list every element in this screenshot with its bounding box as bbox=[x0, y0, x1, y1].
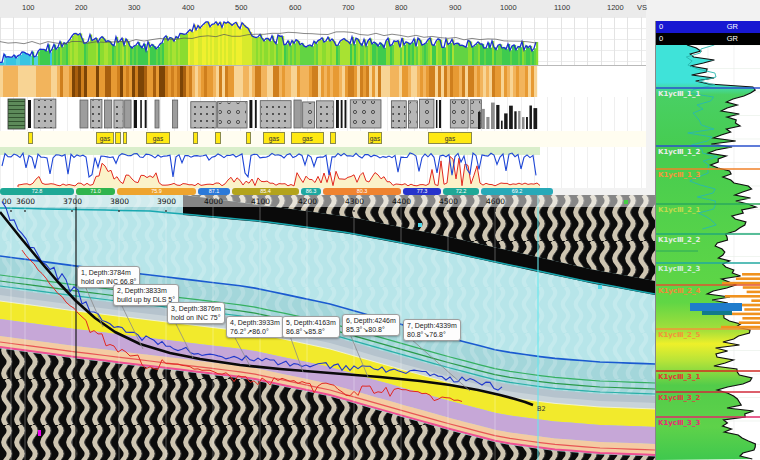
inclination-segment: 86.3 bbox=[301, 188, 321, 195]
annotation-depth: 1, Depth:3784m bbox=[81, 268, 136, 277]
curve-name: GR bbox=[727, 33, 738, 45]
ruler-tick: 400 bbox=[182, 3, 195, 12]
gas-interval bbox=[123, 132, 127, 144]
gas-interval: gas bbox=[291, 132, 324, 144]
annotation-detail: hold on INC 75° bbox=[171, 313, 221, 322]
annotation-depth: 4, Depth:3933m bbox=[230, 318, 280, 327]
gas-interval bbox=[28, 132, 33, 144]
gas-interval: gas bbox=[368, 132, 382, 144]
svg-text:3800: 3800 bbox=[110, 197, 129, 206]
borehole-image-log bbox=[0, 66, 646, 97]
annotation-depth: 7, Depth:4339m bbox=[407, 321, 457, 330]
formation-marker-label[interactable]: K1ycⅢ_2_4 bbox=[658, 287, 700, 295]
scale-min: 0 bbox=[659, 33, 663, 45]
svg-text:3600: 3600 bbox=[16, 197, 35, 206]
formation-marker-label[interactable]: K1ycⅢ_1_2 bbox=[658, 148, 700, 156]
svg-text:4400: 4400 bbox=[392, 197, 411, 206]
ruler-tick: 300 bbox=[128, 3, 141, 12]
formation-marker-label[interactable]: K1ycⅢ_1_1 bbox=[658, 90, 700, 98]
formation-marker-label[interactable]: K1ycⅢ_2_3 bbox=[658, 265, 700, 273]
gas-interval bbox=[115, 132, 121, 144]
trajectory-annotation[interactable]: 3, Depth:3876mhold on INC 75° bbox=[167, 302, 225, 324]
annotation-depth: 5, Depth:4163m bbox=[286, 318, 336, 327]
svg-text:4100: 4100 bbox=[251, 197, 270, 206]
ruler-tick: 900 bbox=[449, 3, 462, 12]
gas-interval: gas bbox=[96, 132, 114, 144]
vs-unit-label: VS bbox=[637, 3, 647, 12]
gas-curves bbox=[0, 147, 646, 188]
gr-heatmap-curve bbox=[0, 17, 646, 65]
ruler-tick: 800 bbox=[395, 3, 408, 12]
ruler-tick: 500 bbox=[235, 3, 248, 12]
trajectory-annotation[interactable]: 7, Depth:4339m80.8°↘76.8° bbox=[403, 319, 461, 341]
formation-marker-label[interactable]: K1ycⅢ_3_1 bbox=[658, 373, 700, 381]
ruler-tick: 600 bbox=[289, 3, 302, 12]
panel-header-gr-1: 0 GR bbox=[656, 21, 760, 33]
inclination-segment: 72.8 bbox=[0, 188, 74, 195]
annotation-depth: 3, Depth:3876m bbox=[171, 304, 221, 313]
gas-interval: gas bbox=[146, 132, 170, 144]
gas-interval bbox=[215, 132, 221, 144]
formation-marker-label[interactable]: K1ycⅢ_1_3 bbox=[658, 171, 700, 179]
inclination-segment: 72.2 bbox=[443, 188, 479, 195]
ruler-tick: 200 bbox=[75, 3, 88, 12]
svg-text:3700: 3700 bbox=[63, 197, 82, 206]
annotation-detail: 86.8°↘85.8° bbox=[286, 327, 336, 336]
vs-ruler: VS 1002003004005006007008009001000110012… bbox=[0, 0, 646, 18]
inclination-segment: 69.2 bbox=[481, 188, 553, 195]
annotation-detail: 85.3°↘80.8° bbox=[346, 325, 396, 334]
svg-text:4000: 4000 bbox=[204, 197, 223, 206]
annotation-detail: 80.8°↘76.8° bbox=[407, 330, 457, 339]
ruler-tick: 100 bbox=[22, 3, 35, 12]
ruler-tick: 700 bbox=[342, 3, 355, 12]
inclination-segment: 87.1 bbox=[198, 188, 230, 195]
gas-interval bbox=[193, 132, 198, 144]
formation-marker-label[interactable]: K1ycⅢ_3_3 bbox=[658, 419, 700, 427]
geosteering-app: VS 1002003004005006007008009001000110012… bbox=[0, 0, 760, 460]
curve-name: GR bbox=[727, 21, 738, 33]
annotation-detail: 76.2°↗86.0° bbox=[230, 327, 280, 336]
ruler-tick: 1000 bbox=[500, 3, 517, 12]
annotation-depth: 2, Depth:3833m bbox=[117, 286, 175, 295]
trajectory-annotation[interactable]: 6, Depth:4246m85.3°↘80.8° bbox=[342, 314, 400, 336]
gas-interval: gas bbox=[428, 132, 472, 144]
type-log-panel: K1ycⅢ_1_1K1ycⅢ_1_2K1ycⅢ_1_3K1ycⅢ_2_1K1yc… bbox=[656, 45, 760, 460]
annotation-depth: 6, Depth:4246m bbox=[346, 316, 396, 325]
ruler-tick: 1200 bbox=[607, 3, 624, 12]
svg-text:4600: 4600 bbox=[486, 197, 505, 206]
inclination-segment: 75.9 bbox=[117, 188, 196, 195]
trajectory-annotation[interactable]: 5, Depth:4163m86.8°↘85.8° bbox=[282, 316, 340, 338]
inclination-segment: 71.0 bbox=[76, 188, 115, 195]
panel-header-gr-2: 0 GR bbox=[656, 33, 760, 45]
trajectory-annotation[interactable]: 4, Depth:3933m76.2°↗86.0° bbox=[226, 316, 284, 338]
formation-marker-label[interactable]: K1ycⅢ_2_5 bbox=[658, 331, 700, 339]
formation-marker-label[interactable]: K1ycⅢ_3_2 bbox=[658, 394, 700, 402]
formation-marker-label[interactable]: K1ycⅢ_2_1 bbox=[658, 206, 700, 214]
svg-text:4200: 4200 bbox=[298, 197, 317, 206]
formation-marker-label[interactable]: K1ycⅢ_2_2 bbox=[658, 236, 700, 244]
gas-interval: gas bbox=[263, 132, 285, 144]
gas-interval bbox=[246, 132, 251, 144]
svg-text:3900: 3900 bbox=[157, 197, 176, 206]
ruler-tick: 1100 bbox=[554, 3, 570, 12]
scale-min: 0 bbox=[659, 21, 663, 33]
lithology-columns bbox=[0, 97, 646, 131]
inclination-segment: 80.3 bbox=[323, 188, 401, 195]
gas-interval bbox=[330, 132, 336, 144]
svg-text:4300: 4300 bbox=[345, 197, 364, 206]
inclination-segment: 85.4 bbox=[232, 188, 299, 195]
trajectory-end-label: B2 bbox=[537, 405, 546, 413]
inclination-segment: 77.3 bbox=[403, 188, 441, 195]
svg-text:4500: 4500 bbox=[439, 197, 458, 206]
